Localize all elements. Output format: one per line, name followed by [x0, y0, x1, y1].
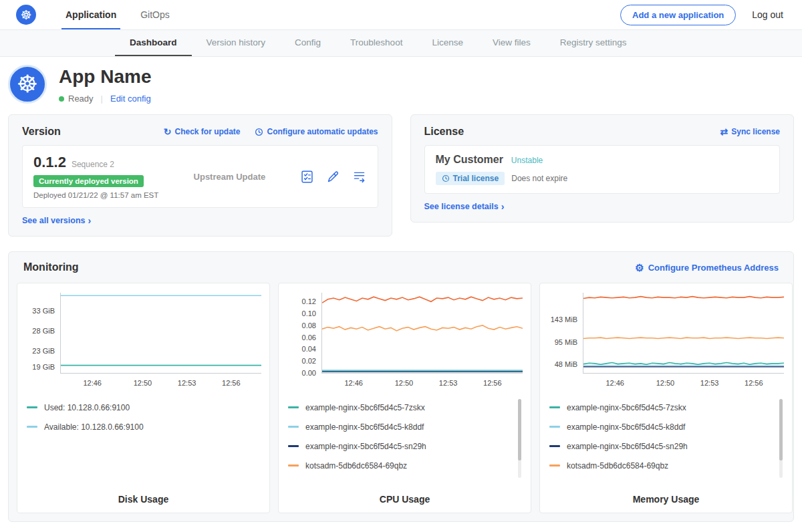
see-all-versions-link[interactable]: See all versions ›: [22, 215, 91, 226]
kubernetes-logo-icon[interactable]: ☸: [16, 5, 36, 25]
chart-title: Memory Usage: [548, 494, 784, 505]
y-tick-label: 23 GiB: [32, 347, 55, 355]
add-new-application-button[interactable]: Add a new application: [620, 5, 736, 25]
upstream-update-label: Upstream Update: [194, 172, 266, 182]
series-line: [583, 363, 784, 365]
tab-view-files[interactable]: View files: [478, 30, 545, 56]
status-text: Ready: [68, 94, 94, 104]
wheel-glyph: ☸: [17, 70, 38, 98]
x-tick-label: 12:53: [439, 379, 458, 387]
tab-version-history[interactable]: Version history: [192, 30, 281, 56]
x-tick-label: 12:56: [222, 379, 241, 387]
cards-row: Version ↻ Check for update Configure aut…: [8, 114, 794, 237]
primary-nav: Application GitOps: [53, 0, 182, 29]
current-version-panel: 0.1.2 Sequence 2 Currently deployed vers…: [22, 145, 378, 208]
edit-yaml-icon[interactable]: [326, 170, 340, 184]
y-tick-label: 0.02: [302, 357, 316, 365]
license-panel: My Customer Unstable Trial license Does …: [424, 145, 781, 194]
disk-legend: Used: 10.128.0.66:9100Available: 10.128.…: [27, 398, 260, 436]
y-tick-label: 0.08: [302, 321, 316, 329]
legend-swatch: [549, 445, 560, 447]
tab-application[interactable]: Application: [53, 0, 128, 29]
y-tick-label: 48 MiB: [555, 360, 577, 368]
version-card: Version ↻ Check for update Configure aut…: [8, 114, 392, 237]
disk-usage-plot: [61, 293, 261, 373]
scrollbar-thumb[interactable]: [518, 399, 521, 460]
cpu-y-axis: 0.120.100.080.060.040.020.00: [287, 293, 321, 373]
configure-automatic-updates-link[interactable]: Configure automatic updates: [255, 127, 378, 136]
legend-swatch: [549, 406, 560, 408]
preflight-checks-icon[interactable]: [300, 170, 314, 184]
charts-row: 33 GiB28 GiB23 GiB19 GiB 12:4612:5012:53…: [17, 283, 785, 513]
x-tick-label: 12:46: [606, 379, 624, 387]
disk-x-axis: 12:4612:5012:5312:56: [60, 378, 261, 388]
legend-item: Available: 10.128.0.66:9100: [27, 417, 260, 436]
tab-gitops[interactable]: GitOps: [128, 0, 182, 29]
cpu-legend: example-nginx-5bc6f5d4c5-7zskxexample-ng…: [288, 398, 521, 475]
check-for-update-link[interactable]: ↻ Check for update: [164, 127, 241, 136]
configure-prometheus-link[interactable]: ⚙ Configure Prometheus Address: [635, 263, 779, 273]
legend-scrollbar[interactable]: [779, 399, 783, 478]
clock-icon: [255, 128, 263, 136]
y-tick-label: 33 GiB: [32, 307, 55, 315]
refresh-icon: ↻: [164, 127, 172, 136]
app-subnav: Dashboard Version history Config Trouble…: [0, 30, 802, 57]
legend-item: example-nginx-5bc6f5d4c5-k8ddf: [549, 417, 783, 436]
tab-dashboard[interactable]: Dashboard: [115, 30, 192, 56]
tab-config[interactable]: Config: [280, 30, 336, 56]
memory-y-axis: 143 MiB95 MiB48 MiB: [548, 293, 583, 373]
channel-name: Unstable: [511, 156, 543, 165]
tab-license[interactable]: License: [417, 30, 478, 56]
app-title: App Name: [59, 66, 151, 88]
scrollbar-thumb[interactable]: [779, 399, 783, 460]
y-tick-label: 19 GiB: [32, 363, 55, 371]
chevron-right-icon: ›: [88, 215, 92, 226]
tab-troubleshoot[interactable]: Troubleshoot: [336, 30, 417, 56]
cpu-usage-plot: [322, 293, 523, 373]
legend-swatch: [288, 426, 299, 428]
release-notes-icon[interactable]: [352, 170, 366, 184]
check-for-update-label: Check for update: [174, 127, 240, 136]
x-tick-label: 12:46: [83, 379, 102, 387]
legend-label: Available: 10.128.0.66:9100: [44, 422, 144, 432]
legend-swatch: [288, 406, 299, 408]
tab-registry-settings[interactable]: Registry settings: [545, 30, 642, 56]
edit-config-link[interactable]: Edit config: [110, 94, 151, 104]
chevron-right-icon: ›: [501, 201, 505, 212]
logout-button[interactable]: Log out: [752, 9, 783, 20]
see-license-details-link[interactable]: See license details ›: [424, 201, 505, 212]
app-header: ☸ App Name Ready | Edit config: [0, 57, 802, 110]
legend-item: Used: 10.128.0.66:9100: [27, 398, 260, 417]
sync-icon: ⇄: [720, 127, 728, 136]
legend-swatch: [288, 445, 299, 447]
divider: |: [101, 94, 103, 104]
top-navbar: ☸ Application GitOps Add a new applicati…: [0, 0, 802, 30]
sync-license-link[interactable]: ⇄ Sync license: [720, 127, 780, 136]
clock-icon: [442, 174, 450, 182]
series-line: [322, 325, 523, 331]
trial-license-badge: Trial license: [436, 172, 505, 185]
version-number: 0.1.2: [33, 154, 66, 171]
series-line: [322, 297, 523, 303]
x-tick-label: 12:53: [178, 379, 196, 387]
legend-swatch: [549, 464, 560, 467]
disk-y-axis: 33 GiB28 GiB23 GiB19 GiB: [25, 293, 60, 373]
legend-swatch: [27, 426, 37, 428]
y-tick-label: 0.00: [302, 369, 316, 377]
legend-item: kotsadm-5db6dc6584-69qbz: [288, 456, 521, 475]
legend-label: example-nginx-5bc6f5d4c5-sn29h: [305, 442, 426, 451]
legend-swatch: [27, 406, 37, 408]
legend-item: example-nginx-5bc6f5d4c5-sn29h: [288, 436, 521, 456]
legend-swatch: [288, 464, 299, 467]
license-card: License ⇄ Sync license My Customer Unsta…: [410, 114, 795, 223]
see-all-versions-label: See all versions: [22, 216, 86, 225]
memory-usage-plot: [583, 293, 784, 373]
chart-title: CPU Usage: [287, 494, 523, 505]
monitoring-title: Monitoring: [23, 261, 79, 273]
y-tick-label: 0.04: [302, 345, 316, 353]
legend-scrollbar[interactable]: [518, 399, 521, 478]
configure-auto-updates-label: Configure automatic updates: [267, 127, 378, 136]
legend-label: kotsadm-5db6dc6584-69qbz: [305, 461, 407, 471]
series-line: [583, 297, 784, 299]
legend-label: example-nginx-5bc6f5d4c5-sn29h: [567, 442, 688, 451]
